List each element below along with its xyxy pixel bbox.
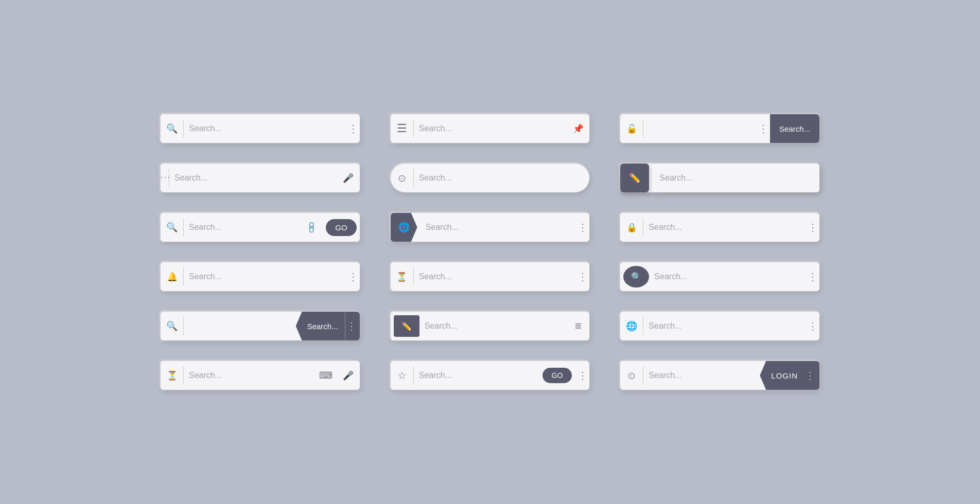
more-dots-icon[interactable]: ⋮ <box>575 262 589 291</box>
edit-dark-btn[interactable]: ✏️ <box>620 164 649 192</box>
more-dots-icon[interactable]: ⋮ <box>805 312 819 340</box>
search-bar-r3c1: 🔍 Search... 🔗 GO <box>161 213 360 242</box>
lock-icon: 🔓 <box>620 114 643 143</box>
hourglass-icon: ⏳ <box>391 262 413 291</box>
more-dots-icon[interactable]: ⋮ <box>575 213 589 242</box>
search-input-r1c2[interactable]: Search... <box>414 124 567 133</box>
loading-icon: ⊙ <box>620 361 643 390</box>
search-input-r3c1[interactable]: Search... <box>184 223 300 232</box>
search-input-r1c1[interactable]: Search... <box>184 124 345 133</box>
go-button-r6c2[interactable]: GO <box>542 368 572 383</box>
search-bar-r6c2: ☆ Search... GO ⋮ <box>391 361 590 390</box>
menu-icon: ☰ <box>391 114 413 143</box>
search-bar-r5c1: 🔍 Search... ⋮ <box>161 312 360 340</box>
search-bars-grid: 🔍 Search... ⋮ ☰ Search... 📌 🔓 ⋮ Search..… <box>130 94 850 410</box>
search-bar-r5c3: 🌐 Search... ⋮ <box>620 312 819 340</box>
search-bar-r4c2: ⏳ Search... ⋮ <box>391 262 590 291</box>
globe-icon: 🌐 <box>398 222 410 233</box>
keyboard-icon[interactable]: ⌨ <box>314 361 337 390</box>
search-bar-r2c1: ⋮ Search... 🎤 <box>161 164 360 192</box>
search-input-r6c3[interactable]: Search... <box>643 371 760 380</box>
hourglass-icon: ⏳ <box>161 361 183 390</box>
search-bar-r4c3: 🔍 Search... ⋮ <box>620 262 819 291</box>
search-input-r4c2[interactable]: Search... <box>414 272 575 281</box>
search-icon: 🔍 <box>161 114 183 143</box>
locked-icon: 🔒 <box>620 213 643 242</box>
search-input-r4c3[interactable]: Search... <box>649 272 805 281</box>
microphone-icon[interactable]: 🎤 <box>337 164 360 192</box>
search-input-r5c3[interactable]: Search... <box>643 321 805 331</box>
more-dots-icon[interactable]: ⋮ <box>345 312 360 340</box>
link-icon: 🔗 <box>293 213 330 242</box>
more-dots-icon[interactable]: ⋮ <box>575 361 589 390</box>
search-input-r6c1[interactable]: Search... <box>184 371 314 380</box>
go-button-r3c1[interactable]: GO <box>326 219 356 236</box>
login-arrow-btn[interactable]: LOGIN ⋮ <box>760 361 819 390</box>
pin-icon[interactable]: 📌 <box>567 114 589 143</box>
star-icon: ☆ <box>391 361 413 390</box>
more-dots-icon[interactable]: ⋮ <box>756 114 770 143</box>
left-dots-icon: ⋮ <box>161 174 169 183</box>
globe-icon: 🌐 <box>620 312 643 340</box>
search-input-r5c2[interactable]: Search... <box>419 321 567 331</box>
search-flat-right: Search... <box>652 164 819 192</box>
arrow-search-label[interactable]: Search... <box>296 312 345 340</box>
divider <box>183 317 184 335</box>
search-bar-r6c1: ⏳ Search... ⌨ 🎤 <box>161 361 360 390</box>
more-dots-icon[interactable]: ⋮ <box>805 361 819 390</box>
edit-icon: ✏️ <box>629 172 640 184</box>
globe-dark-arrow[interactable]: 🌐 <box>391 213 417 242</box>
edit-icon: ✏️ <box>401 321 412 331</box>
search-bar-r1c1: 🔍 Search... ⋮ <box>161 114 360 143</box>
search-input-r2c1[interactable]: Search... <box>169 173 337 183</box>
search-bar-r1c3: 🔓 ⋮ Search... <box>620 114 819 143</box>
bell-icon: 🔔 <box>161 262 183 291</box>
search-input-r3c3[interactable]: Search... <box>643 223 805 232</box>
edit-dark-btn-r5c2[interactable]: ✏️ <box>394 315 419 337</box>
loading-icon: ⊙ <box>391 164 413 192</box>
search-dark-icon: 🔍 <box>631 272 642 282</box>
hamburger-icon[interactable]: ≡ <box>567 312 589 340</box>
search-input-r2c2[interactable]: Search... <box>414 173 590 183</box>
search-dark-circle[interactable]: 🔍 <box>623 266 649 287</box>
search-bar-r4c1: 🔔 Search... ⋮ <box>161 262 360 291</box>
divider <box>643 119 643 138</box>
login-label[interactable]: LOGIN <box>760 361 805 390</box>
search-input-r3c2[interactable]: Search... <box>417 223 575 232</box>
search-bar-r5c2: ✏️ Search... ≡ <box>391 312 590 340</box>
search-bar-r2c2: ⊙ Search... <box>391 164 590 192</box>
search-arrow-btn[interactable]: Search... ⋮ <box>296 312 360 340</box>
search-icon: 🔍 <box>161 213 183 242</box>
more-dots-icon[interactable]: ⋮ <box>805 213 819 242</box>
search-bar-r1c2: ☰ Search... 📌 <box>391 114 590 143</box>
search-input-r6c2[interactable]: Search... <box>414 371 539 380</box>
search-input-r4c1[interactable]: Search... <box>184 272 345 281</box>
more-dots-icon[interactable]: ⋮ <box>345 114 360 143</box>
search-bar-r6c3: ⊙ Search... LOGIN ⋮ <box>620 361 819 390</box>
more-dots-icon[interactable]: ⋮ <box>805 262 819 291</box>
more-dots-icon[interactable]: ⋮ <box>345 262 360 291</box>
search-bar-r3c2: 🌐 Search... ⋮ <box>391 213 590 242</box>
search-bar-r3c3: 🔒 Search... ⋮ <box>620 213 819 242</box>
search-icon: 🔍 <box>161 312 183 340</box>
microphone-icon[interactable]: 🎤 <box>337 361 360 390</box>
search-bar-r2c3: ✏️ Search... <box>620 164 819 192</box>
search-button-r1c3[interactable]: Search... <box>770 114 819 143</box>
search-input-r2c3[interactable]: Search... <box>652 173 819 183</box>
